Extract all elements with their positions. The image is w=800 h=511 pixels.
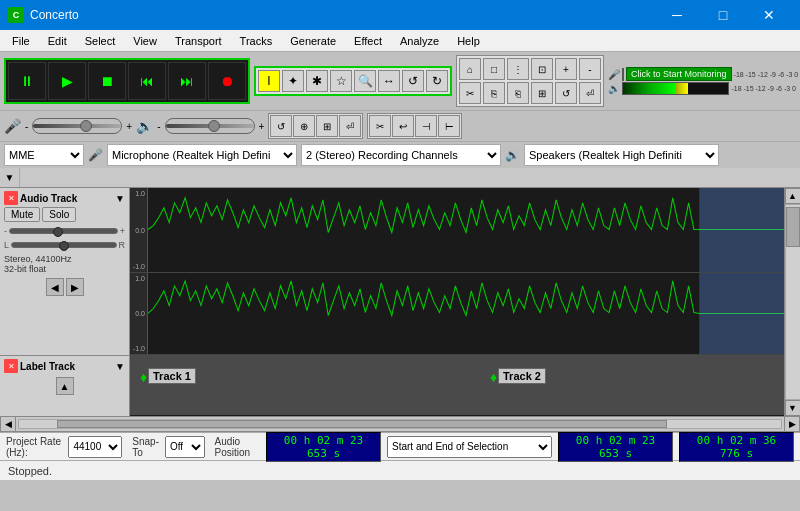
loop-region-button[interactable]: ↺ xyxy=(270,115,292,137)
audio-pos-label: Audio Position xyxy=(215,436,260,458)
scrub-button[interactable]: ⏎ xyxy=(579,82,601,104)
pan-slider[interactable] xyxy=(11,242,116,248)
record-button[interactable]: ⏺ xyxy=(208,62,246,100)
menu-edit[interactable]: Edit xyxy=(40,33,75,49)
output-select[interactable]: Speakers (Realtek High Definiti xyxy=(524,144,719,166)
ruler-collapse-icon[interactable]: ▼ xyxy=(5,172,15,183)
cut-button[interactable]: ✂ xyxy=(459,82,481,104)
menu-view[interactable]: View xyxy=(125,33,165,49)
selection-type-select[interactable]: Start and End of Selection xyxy=(387,436,552,458)
scroll-track-h[interactable] xyxy=(18,419,782,429)
scrub2-button[interactable]: ⏎ xyxy=(339,115,361,137)
scroll-track[interactable] xyxy=(785,204,801,400)
loop-button[interactable]: ↺ xyxy=(555,82,577,104)
pause-button[interactable]: ⏸ xyxy=(8,62,46,100)
menu-effect[interactable]: Effect xyxy=(346,33,390,49)
scroll-left-button[interactable]: ◀ xyxy=(0,416,16,432)
slide-tool-button[interactable]: ↔ xyxy=(378,70,400,92)
mute-button[interactable]: Mute xyxy=(4,207,40,222)
menu-analyze[interactable]: Analyze xyxy=(392,33,447,49)
sync-button[interactable]: ⊞ xyxy=(531,82,553,104)
label-track-header: ✕ Label Track ▼ ▲ xyxy=(0,356,129,416)
snap-button[interactable]: ⋮ xyxy=(507,58,529,80)
y-scale-top2: 1.0 xyxy=(130,275,147,282)
gain-label: - xyxy=(4,226,7,236)
envelope-tool-button[interactable]: ✦ xyxy=(282,70,304,92)
zoom-tool-button[interactable]: 🔍 xyxy=(354,70,376,92)
copy-button[interactable]: ⎘ xyxy=(483,82,505,104)
label-track-waveform[interactable]: ♦ Track 1 ♦ Track 2 xyxy=(130,355,784,415)
scissors-button[interactable]: ✂ xyxy=(369,115,391,137)
mic-select[interactable]: Microphone (Realtek High Defini xyxy=(107,144,297,166)
maximize-button[interactable]: □ xyxy=(700,0,746,30)
redo-button[interactable]: ↻ xyxy=(426,70,448,92)
horizontal-scrollbar[interactable]: ◀ ▶ xyxy=(0,416,800,432)
track-info: Stereo, 44100Hz 32-bit float xyxy=(4,254,125,274)
menu-transport[interactable]: Transport xyxy=(167,33,230,49)
trim-button[interactable]: ⌂ xyxy=(459,58,481,80)
snap-to-select[interactable]: Off xyxy=(165,436,205,458)
scroll-up-button[interactable]: ▲ xyxy=(785,188,801,204)
timeline-ruler[interactable]: ▼ -15 0 15 30 45 1:00 1:15 1:30 1:45 2:0… xyxy=(0,168,800,188)
select-tool-button[interactable]: I xyxy=(258,70,280,92)
scroll-right-button[interactable]: ▶ xyxy=(784,416,800,432)
fit-button[interactable]: ⊡ xyxy=(531,58,553,80)
join-button[interactable]: ⊢ xyxy=(438,115,460,137)
menu-file[interactable]: File xyxy=(4,33,38,49)
speaker-device-icon: 🔊 xyxy=(505,148,520,162)
pin-button[interactable]: ⊕ xyxy=(293,115,315,137)
multi-tool-button[interactable]: ☆ xyxy=(330,70,352,92)
menu-select[interactable]: Select xyxy=(77,33,124,49)
track-close-button[interactable]: ✕ xyxy=(4,191,18,205)
zoom-out-button[interactable]: - xyxy=(579,58,601,80)
plus-icon: + xyxy=(126,121,132,132)
skip-forward-button[interactable]: ⏭ xyxy=(168,62,206,100)
backward-button[interactable]: ↩ xyxy=(392,115,414,137)
project-rate-select[interactable]: 44100 xyxy=(68,436,122,458)
scroll-thumb[interactable] xyxy=(786,207,800,247)
vertical-scrollbar[interactable]: ▲ ▼ xyxy=(784,188,800,416)
gain-slider[interactable] xyxy=(9,228,118,234)
menu-tracks[interactable]: Tracks xyxy=(232,33,281,49)
waveform-top[interactable]: 1.0 0.0 -1.0 xyxy=(130,188,784,273)
audio-track-header: ✕ Audio Track ▼ Mute Solo - + L xyxy=(0,188,129,356)
undo-button[interactable]: ↺ xyxy=(402,70,424,92)
output-volume-slider[interactable] xyxy=(165,118,255,134)
play-button[interactable]: ▶ xyxy=(48,62,86,100)
label-track-close-button[interactable]: ✕ xyxy=(4,359,18,373)
paste-button[interactable]: ⎗ xyxy=(507,82,529,104)
split-button[interactable]: ⊣ xyxy=(415,115,437,137)
zoom-in-button[interactable]: + xyxy=(555,58,577,80)
label-track-up[interactable]: ▲ xyxy=(56,377,74,395)
label-track-arrow[interactable]: ▼ xyxy=(115,361,125,372)
track-nav-left[interactable]: ◀ xyxy=(46,278,64,296)
label-marker-1[interactable]: ♦ Track 1 xyxy=(140,370,147,384)
start-monitoring-button[interactable]: Click to Start Monitoring xyxy=(626,67,732,81)
plus-icon2: + xyxy=(259,121,265,132)
track-waveform-area[interactable]: 1.0 0.0 -1.0 xyxy=(130,188,784,416)
silence-button[interactable]: □ xyxy=(483,58,505,80)
solo-button[interactable]: Solo xyxy=(42,207,76,222)
scroll-down-button[interactable]: ▼ xyxy=(785,400,801,416)
app-title: Concerto xyxy=(30,8,79,22)
waveform-svg-top xyxy=(148,188,784,272)
label-marker-2[interactable]: ♦ Track 2 xyxy=(490,370,497,384)
minus-icon2: - xyxy=(157,121,160,132)
waveform-bottom[interactable]: 1.0 0.0 -1.0 xyxy=(130,273,784,355)
minimize-button[interactable]: ─ xyxy=(654,0,700,30)
mic-icon2: 🎤 xyxy=(4,118,21,134)
close-button[interactable]: ✕ xyxy=(746,0,792,30)
volume-slider[interactable] xyxy=(32,118,122,134)
menu-help[interactable]: Help xyxy=(449,33,488,49)
channels-select[interactable]: 2 (Stereo) Recording Channels xyxy=(301,144,501,166)
draw-tool-button[interactable]: ✱ xyxy=(306,70,328,92)
menu-generate[interactable]: Generate xyxy=(282,33,344,49)
stop-button[interactable]: ⏹ xyxy=(88,62,126,100)
marker-button[interactable]: ⊞ xyxy=(316,115,338,137)
track-nav-right[interactable]: ▶ xyxy=(66,278,84,296)
scroll-thumb-h[interactable] xyxy=(57,420,667,428)
host-select[interactable]: MME xyxy=(4,144,84,166)
label-text-1: Track 1 xyxy=(148,368,196,384)
track-dropdown-arrow[interactable]: ▼ xyxy=(115,193,125,204)
skip-back-button[interactable]: ⏮ xyxy=(128,62,166,100)
